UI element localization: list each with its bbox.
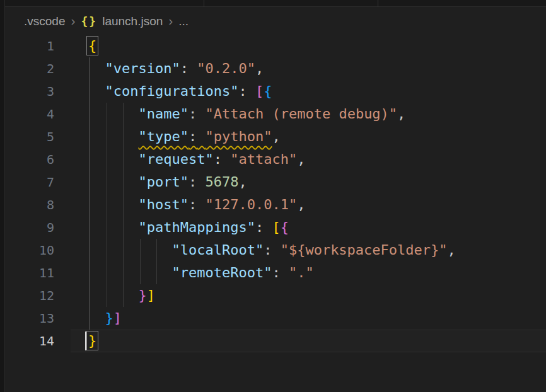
indent-guide — [107, 125, 107, 148]
indent-guide — [90, 171, 90, 193]
code-line-content: "name": "Attach (remote debug)", — [88, 103, 405, 125]
code-token: : — [189, 106, 197, 122]
indent-guide — [107, 262, 107, 284]
code-line-content: "pathMappings": [{ — [88, 216, 289, 239]
indent-guide — [107, 148, 107, 171]
code-token: "${workspaceFolder}" — [281, 242, 448, 258]
code-token: 5678 — [205, 174, 238, 190]
matched-bracket: { — [88, 38, 96, 54]
text-cursor — [85, 331, 86, 350]
code-line[interactable]: 11 "remoteRoot": "." — [0, 262, 546, 284]
code-token: : — [264, 242, 272, 258]
code-line[interactable]: 2 "version": "0.2.0", — [0, 57, 546, 80]
indent-guide — [123, 103, 124, 125]
code-line-content: }] — [88, 307, 122, 330]
breadcrumb-item-[interactable]: ... — [178, 14, 189, 28]
code-token: ] — [147, 287, 155, 303]
current-line-highlight — [71, 330, 546, 352]
code-token: "request" — [138, 151, 213, 167]
line-number[interactable]: 14 — [0, 330, 54, 352]
code-token: "type" — [138, 129, 188, 144]
code-line[interactable]: 1{ — [0, 35, 546, 57]
json-file-icon: {} — [81, 14, 97, 28]
line-number[interactable]: 5 — [0, 125, 54, 148]
indent-guide — [123, 171, 124, 193]
code-token: , — [297, 197, 305, 212]
indent-guide — [156, 262, 157, 284]
indent-guide — [123, 148, 124, 171]
code-token: "host" — [138, 197, 188, 212]
line-number[interactable]: 4 — [0, 103, 54, 125]
code-line-content: "version": "0.2.0", — [88, 57, 264, 80]
code-token — [197, 197, 205, 212]
code-line[interactable]: 12 }] — [0, 284, 546, 307]
code-token: "attach" — [230, 151, 297, 167]
code-token: { — [264, 83, 272, 99]
line-number[interactable]: 13 — [0, 307, 54, 330]
code-token — [88, 265, 171, 280]
line-number[interactable]: 8 — [0, 193, 54, 216]
line-number[interactable]: 3 — [0, 80, 54, 103]
breadcrumb-label: .vscode — [24, 14, 65, 28]
code-line[interactable]: 8 "host": "127.0.0.1", — [0, 193, 546, 216]
code-line[interactable]: 14} — [0, 330, 546, 352]
code-line[interactable]: 3 "configurations": [{ — [0, 80, 546, 103]
code-token — [88, 174, 138, 190]
code-token: "Attach (remote debug)" — [205, 106, 397, 122]
code-token: : — [214, 151, 222, 167]
code-token: , — [238, 174, 247, 190]
code-line[interactable]: 10 "localRoot": "${workspaceFolder}", — [0, 239, 546, 262]
indent-guide — [123, 262, 124, 284]
code-line[interactable]: 5 "type": "python", — [0, 125, 546, 148]
code-token: "127.0.0.1" — [205, 197, 297, 212]
code-token: "name" — [138, 106, 188, 122]
line-number[interactable]: 7 — [0, 171, 54, 193]
code-token: "pathMappings" — [138, 219, 255, 235]
line-number[interactable]: 1 — [0, 35, 54, 57]
code-line[interactable]: 4 "name": "Attach (remote debug)", — [0, 103, 546, 125]
indent-guide — [90, 148, 90, 171]
code-line[interactable]: 6 "request": "attach", — [0, 148, 546, 171]
indent-guide — [90, 80, 90, 103]
indent-guide — [123, 239, 124, 262]
indent-guide — [107, 103, 107, 125]
code-token: { — [281, 219, 289, 235]
indent-guide — [140, 262, 141, 284]
line-number[interactable]: 11 — [0, 262, 54, 284]
code-token: : — [189, 129, 197, 144]
breadcrumb-item-vscode[interactable]: .vscode — [24, 14, 65, 28]
code-token — [222, 151, 230, 167]
code-token — [88, 310, 105, 326]
line-number[interactable]: 9 — [0, 216, 54, 239]
code-token: [ — [255, 83, 264, 99]
code-line-content: }] — [88, 284, 155, 307]
code-token — [197, 106, 205, 122]
indent-guide — [90, 193, 90, 216]
breadcrumb-item-launch-json[interactable]: {}launch.json — [81, 14, 163, 28]
indent-guide — [90, 284, 90, 307]
code-token — [247, 83, 255, 99]
editor[interactable]: 1{2 "version": "0.2.0",3 "configurations… — [0, 35, 546, 352]
indent-guide — [140, 239, 141, 262]
tab-separator — [378, 0, 378, 7]
line-number[interactable]: 2 — [0, 57, 54, 80]
indent-guide — [90, 216, 90, 239]
code-token: : — [189, 197, 197, 212]
code-token: : — [272, 265, 280, 280]
code-token: } — [105, 310, 113, 326]
indent-guide — [90, 307, 90, 330]
left-rail — [0, 0, 5, 392]
code-line[interactable]: 7 "port": 5678, — [0, 171, 546, 193]
line-number[interactable]: 10 — [0, 239, 54, 262]
code-token: "port" — [138, 174, 188, 190]
code-token: "configurations" — [105, 83, 239, 99]
code-token — [272, 242, 280, 258]
indent-guide — [107, 171, 107, 193]
indent-guide — [123, 125, 124, 148]
code-line[interactable]: 9 "pathMappings": [{ — [0, 216, 546, 239]
code-line[interactable]: 13 }] — [0, 307, 546, 330]
code-line-content: { — [88, 35, 96, 57]
code-line-content: "request": "attach", — [88, 148, 305, 171]
line-number[interactable]: 12 — [0, 284, 54, 307]
line-number[interactable]: 6 — [0, 148, 54, 171]
